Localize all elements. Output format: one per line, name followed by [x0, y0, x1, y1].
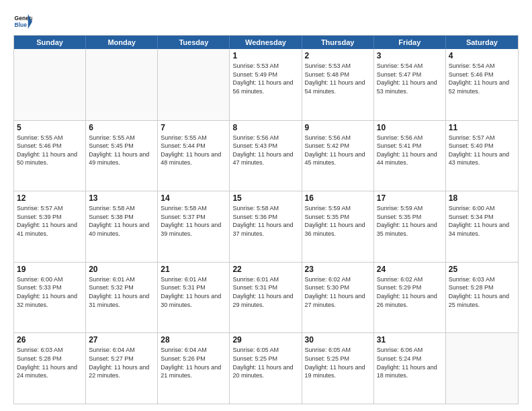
day-cell-28: 28Sunrise: 6:04 AM Sunset: 5:26 PM Dayli…	[158, 333, 230, 404]
weekday-header-thursday: Thursday	[302, 36, 374, 49]
day-cell-1: 1Sunrise: 5:53 AM Sunset: 5:49 PM Daylig…	[230, 49, 302, 120]
day-info: Sunrise: 5:54 AM Sunset: 5:47 PM Dayligh…	[377, 62, 443, 95]
day-number: 10	[377, 123, 443, 132]
weekday-header-friday: Friday	[374, 36, 446, 49]
day-info: Sunrise: 6:05 AM Sunset: 5:25 PM Dayligh…	[232, 346, 298, 379]
day-number: 4	[449, 51, 515, 60]
day-info: Sunrise: 6:06 AM Sunset: 5:24 PM Dayligh…	[377, 346, 443, 379]
calendar-body: 1Sunrise: 5:53 AM Sunset: 5:49 PM Daylig…	[14, 49, 518, 404]
day-cell-18: 18Sunrise: 6:00 AM Sunset: 5:34 PM Dayli…	[446, 191, 518, 262]
day-number: 9	[305, 123, 371, 132]
empty-cell	[446, 333, 518, 404]
calendar: SundayMondayTuesdayWednesdayThursdayFrid…	[13, 35, 519, 404]
weekday-header-wednesday: Wednesday	[230, 36, 302, 49]
day-info: Sunrise: 6:01 AM Sunset: 5:31 PM Dayligh…	[232, 275, 298, 309]
day-number: 21	[161, 265, 226, 274]
day-number: 20	[89, 265, 154, 274]
day-number: 12	[17, 193, 83, 203]
day-info: Sunrise: 5:57 AM Sunset: 5:39 PM Dayligh…	[17, 204, 83, 238]
header: General Blue	[13, 12, 519, 31]
day-cell-23: 23Sunrise: 6:02 AM Sunset: 5:30 PM Dayli…	[302, 263, 374, 333]
day-info: Sunrise: 5:59 AM Sunset: 5:35 PM Dayligh…	[377, 204, 443, 238]
day-cell-24: 24Sunrise: 6:02 AM Sunset: 5:29 PM Dayli…	[374, 263, 446, 333]
day-number: 30	[305, 335, 371, 345]
weekday-header-monday: Monday	[86, 36, 158, 49]
day-number: 16	[305, 193, 371, 203]
day-number: 18	[449, 193, 515, 203]
day-number: 6	[89, 123, 154, 132]
day-cell-7: 7Sunrise: 5:55 AM Sunset: 5:44 PM Daylig…	[158, 121, 230, 191]
day-cell-29: 29Sunrise: 6:05 AM Sunset: 5:25 PM Dayli…	[230, 333, 302, 404]
day-cell-3: 3Sunrise: 5:54 AM Sunset: 5:47 PM Daylig…	[374, 49, 446, 120]
day-info: Sunrise: 5:53 AM Sunset: 5:48 PM Dayligh…	[305, 62, 371, 95]
day-number: 8	[232, 123, 298, 132]
day-cell-20: 20Sunrise: 6:01 AM Sunset: 5:32 PM Dayli…	[86, 263, 158, 333]
day-cell-16: 16Sunrise: 5:59 AM Sunset: 5:35 PM Dayli…	[302, 191, 374, 262]
day-cell-10: 10Sunrise: 5:56 AM Sunset: 5:41 PM Dayli…	[374, 121, 446, 191]
day-cell-8: 8Sunrise: 5:56 AM Sunset: 5:43 PM Daylig…	[230, 121, 302, 191]
day-cell-30: 30Sunrise: 6:05 AM Sunset: 5:25 PM Dayli…	[302, 333, 374, 404]
day-number: 13	[89, 193, 154, 203]
day-number: 22	[232, 265, 298, 274]
day-info: Sunrise: 6:03 AM Sunset: 5:28 PM Dayligh…	[449, 275, 515, 309]
day-number: 31	[377, 335, 443, 345]
day-info: Sunrise: 5:56 AM Sunset: 5:41 PM Dayligh…	[377, 134, 443, 167]
day-info: Sunrise: 5:53 AM Sunset: 5:49 PM Dayligh…	[232, 62, 298, 95]
day-number: 26	[17, 335, 83, 345]
day-cell-13: 13Sunrise: 5:58 AM Sunset: 5:38 PM Dayli…	[86, 191, 158, 262]
day-number: 7	[161, 123, 226, 132]
day-cell-22: 22Sunrise: 6:01 AM Sunset: 5:31 PM Dayli…	[230, 263, 302, 333]
day-number: 15	[232, 193, 298, 203]
day-info: Sunrise: 6:02 AM Sunset: 5:30 PM Dayligh…	[305, 275, 371, 309]
day-info: Sunrise: 5:54 AM Sunset: 5:46 PM Dayligh…	[449, 62, 515, 95]
day-cell-21: 21Sunrise: 6:01 AM Sunset: 5:31 PM Dayli…	[158, 263, 230, 333]
calendar-row-2: 5Sunrise: 5:55 AM Sunset: 5:46 PM Daylig…	[14, 120, 518, 191]
calendar-row-1: 1Sunrise: 5:53 AM Sunset: 5:49 PM Daylig…	[14, 49, 518, 120]
day-number: 27	[89, 335, 154, 345]
day-info: Sunrise: 6:03 AM Sunset: 5:28 PM Dayligh…	[17, 346, 83, 379]
weekday-header-saturday: Saturday	[446, 36, 518, 49]
day-cell-25: 25Sunrise: 6:03 AM Sunset: 5:28 PM Dayli…	[446, 263, 518, 333]
day-cell-31: 31Sunrise: 6:06 AM Sunset: 5:24 PM Dayli…	[374, 333, 446, 404]
page: General Blue SundayMondayTuesdayWednesda…	[0, 0, 532, 411]
day-info: Sunrise: 5:58 AM Sunset: 5:37 PM Dayligh…	[161, 204, 226, 238]
day-info: Sunrise: 5:59 AM Sunset: 5:35 PM Dayligh…	[305, 204, 371, 238]
calendar-row-4: 19Sunrise: 6:00 AM Sunset: 5:33 PM Dayli…	[14, 262, 518, 333]
day-info: Sunrise: 5:55 AM Sunset: 5:44 PM Dayligh…	[161, 134, 226, 167]
svg-text:Blue: Blue	[15, 21, 28, 28]
day-info: Sunrise: 5:58 AM Sunset: 5:38 PM Dayligh…	[89, 204, 154, 238]
day-info: Sunrise: 6:01 AM Sunset: 5:31 PM Dayligh…	[161, 275, 226, 309]
day-cell-14: 14Sunrise: 5:58 AM Sunset: 5:37 PM Dayli…	[158, 191, 230, 262]
day-cell-5: 5Sunrise: 5:55 AM Sunset: 5:46 PM Daylig…	[14, 121, 86, 191]
day-cell-15: 15Sunrise: 5:58 AM Sunset: 5:36 PM Dayli…	[230, 191, 302, 262]
day-info: Sunrise: 6:04 AM Sunset: 5:27 PM Dayligh…	[89, 346, 154, 379]
weekday-header-sunday: Sunday	[14, 36, 86, 49]
day-info: Sunrise: 6:02 AM Sunset: 5:29 PM Dayligh…	[377, 275, 443, 309]
day-info: Sunrise: 5:58 AM Sunset: 5:36 PM Dayligh…	[232, 204, 298, 238]
day-cell-9: 9Sunrise: 5:56 AM Sunset: 5:42 PM Daylig…	[302, 121, 374, 191]
day-number: 29	[232, 335, 298, 345]
day-number: 14	[161, 193, 226, 203]
day-cell-6: 6Sunrise: 5:55 AM Sunset: 5:45 PM Daylig…	[86, 121, 158, 191]
day-info: Sunrise: 5:56 AM Sunset: 5:42 PM Dayligh…	[305, 134, 371, 167]
calendar-row-3: 12Sunrise: 5:57 AM Sunset: 5:39 PM Dayli…	[14, 191, 518, 262]
day-number: 2	[305, 51, 371, 60]
day-info: Sunrise: 6:05 AM Sunset: 5:25 PM Dayligh…	[305, 346, 371, 379]
day-info: Sunrise: 6:01 AM Sunset: 5:32 PM Dayligh…	[89, 275, 154, 309]
day-number: 25	[449, 265, 515, 274]
empty-cell	[86, 49, 158, 120]
day-number: 11	[449, 123, 515, 132]
day-cell-2: 2Sunrise: 5:53 AM Sunset: 5:48 PM Daylig…	[302, 49, 374, 120]
day-info: Sunrise: 5:55 AM Sunset: 5:46 PM Dayligh…	[17, 134, 83, 167]
empty-cell	[14, 49, 86, 120]
day-number: 24	[377, 265, 443, 274]
day-cell-4: 4Sunrise: 5:54 AM Sunset: 5:46 PM Daylig…	[446, 49, 518, 120]
day-number: 23	[305, 265, 371, 274]
logo: General Blue	[13, 12, 32, 31]
weekday-header-tuesday: Tuesday	[158, 36, 230, 49]
day-info: Sunrise: 6:04 AM Sunset: 5:26 PM Dayligh…	[161, 346, 226, 379]
logo-icon: General Blue	[13, 12, 32, 31]
day-cell-26: 26Sunrise: 6:03 AM Sunset: 5:28 PM Dayli…	[14, 333, 86, 404]
day-number: 3	[377, 51, 443, 60]
day-cell-17: 17Sunrise: 5:59 AM Sunset: 5:35 PM Dayli…	[374, 191, 446, 262]
